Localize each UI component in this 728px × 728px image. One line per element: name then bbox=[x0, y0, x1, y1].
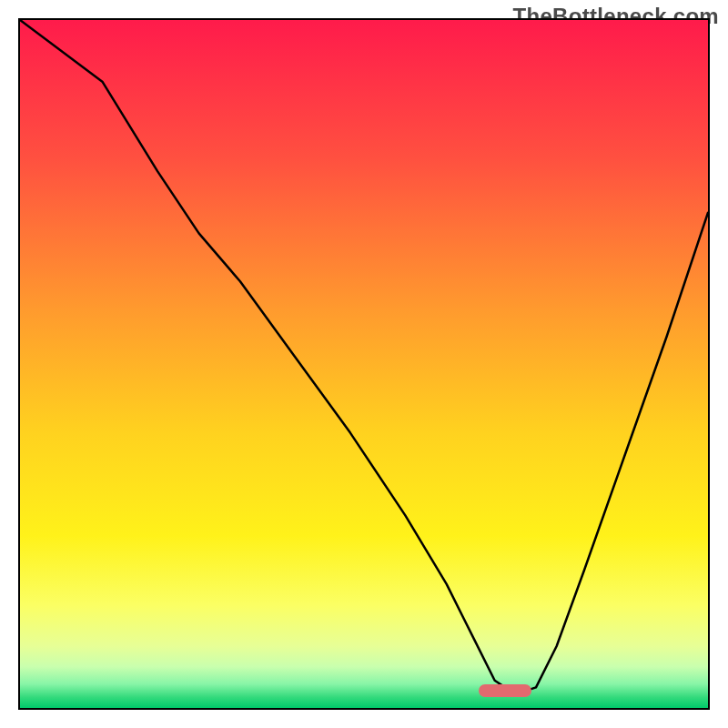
minimum-marker bbox=[479, 684, 531, 697]
bottleneck-curve bbox=[20, 20, 708, 708]
chart-frame: TheBottleneck.com bbox=[0, 0, 728, 728]
plot-area bbox=[18, 18, 710, 710]
